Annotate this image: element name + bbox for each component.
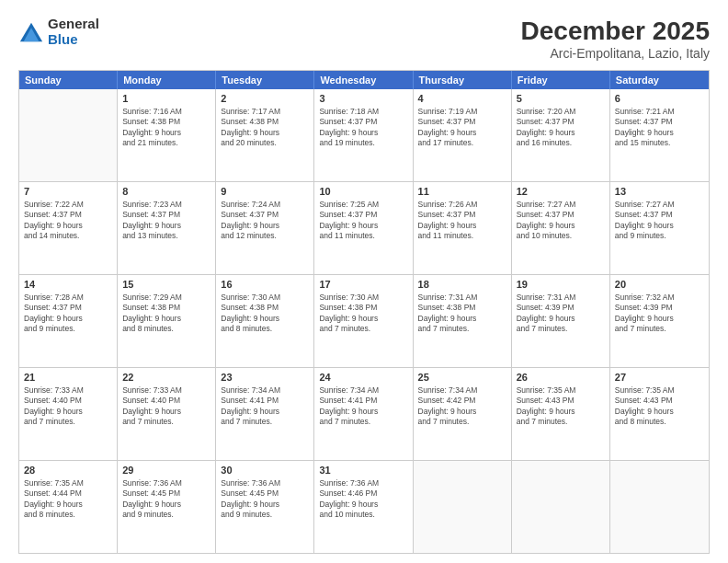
month-title: December 2025 <box>521 17 710 46</box>
header-cell-monday: Monday <box>118 71 216 89</box>
cell-info: Sunrise: 7:30 AM Sunset: 4:38 PM Dayligh… <box>221 293 309 335</box>
header: General Blue December 2025 Arci-Empolita… <box>18 17 710 61</box>
calendar-cell: 10Sunrise: 7:25 AM Sunset: 4:37 PM Dayli… <box>314 182 413 274</box>
cell-info: Sunrise: 7:25 AM Sunset: 4:37 PM Dayligh… <box>319 200 407 242</box>
cell-info: Sunrise: 7:26 AM Sunset: 4:37 PM Dayligh… <box>418 200 506 242</box>
page: General Blue December 2025 Arci-Empolita… <box>0 0 728 563</box>
calendar-cell: 9Sunrise: 7:24 AM Sunset: 4:37 PM Daylig… <box>216 182 314 274</box>
cell-info: Sunrise: 7:36 AM Sunset: 4:45 PM Dayligh… <box>122 478 210 521</box>
day-number: 20 <box>615 278 704 292</box>
cell-info: Sunrise: 7:31 AM Sunset: 4:39 PM Dayligh… <box>517 293 605 335</box>
header-cell-saturday: Saturday <box>610 71 709 89</box>
day-number: 11 <box>418 185 506 199</box>
day-number: 22 <box>122 371 210 385</box>
day-number: 19 <box>517 278 605 292</box>
calendar-cell: 22Sunrise: 7:33 AM Sunset: 4:40 PM Dayli… <box>118 368 216 460</box>
cell-info: Sunrise: 7:24 AM Sunset: 4:37 PM Dayligh… <box>221 200 309 242</box>
day-number: 27 <box>615 371 704 385</box>
calendar-cell: 13Sunrise: 7:27 AM Sunset: 4:37 PM Dayli… <box>610 182 709 274</box>
calendar-row: 7Sunrise: 7:22 AM Sunset: 4:37 PM Daylig… <box>19 182 709 275</box>
day-number: 12 <box>517 185 605 199</box>
day-number: 6 <box>615 92 704 106</box>
calendar-cell <box>19 89 118 181</box>
calendar-cell: 30Sunrise: 7:36 AM Sunset: 4:45 PM Dayli… <box>216 461 314 553</box>
day-number: 5 <box>517 92 605 106</box>
day-number: 14 <box>24 278 112 292</box>
cell-info: Sunrise: 7:23 AM Sunset: 4:37 PM Dayligh… <box>122 200 210 242</box>
day-number: 26 <box>517 371 605 385</box>
calendar-cell: 14Sunrise: 7:28 AM Sunset: 4:37 PM Dayli… <box>19 275 118 367</box>
cell-info: Sunrise: 7:30 AM Sunset: 4:38 PM Dayligh… <box>319 293 407 335</box>
calendar-cell: 7Sunrise: 7:22 AM Sunset: 4:37 PM Daylig… <box>19 182 118 274</box>
calendar-row: 14Sunrise: 7:28 AM Sunset: 4:37 PM Dayli… <box>19 275 709 368</box>
calendar-cell: 6Sunrise: 7:21 AM Sunset: 4:37 PM Daylig… <box>610 89 709 181</box>
cell-info: Sunrise: 7:22 AM Sunset: 4:37 PM Dayligh… <box>24 200 112 242</box>
title-block: December 2025 Arci-Empolitana, Lazio, It… <box>521 17 710 61</box>
cell-info: Sunrise: 7:34 AM Sunset: 4:41 PM Dayligh… <box>319 385 407 428</box>
calendar-cell: 21Sunrise: 7:33 AM Sunset: 4:40 PM Dayli… <box>19 368 118 460</box>
cell-info: Sunrise: 7:21 AM Sunset: 4:37 PM Dayligh… <box>615 107 704 149</box>
header-cell-tuesday: Tuesday <box>216 71 314 89</box>
logo-general: General <box>48 17 99 32</box>
cell-info: Sunrise: 7:33 AM Sunset: 4:40 PM Dayligh… <box>24 385 112 428</box>
calendar-cell: 3Sunrise: 7:18 AM Sunset: 4:37 PM Daylig… <box>314 89 413 181</box>
cell-info: Sunrise: 7:27 AM Sunset: 4:37 PM Dayligh… <box>517 200 605 242</box>
cell-info: Sunrise: 7:35 AM Sunset: 4:44 PM Dayligh… <box>24 478 112 521</box>
cell-info: Sunrise: 7:18 AM Sunset: 4:37 PM Dayligh… <box>319 107 407 149</box>
cell-info: Sunrise: 7:28 AM Sunset: 4:37 PM Dayligh… <box>24 293 112 335</box>
cell-info: Sunrise: 7:36 AM Sunset: 4:45 PM Dayligh… <box>221 478 309 521</box>
day-number: 29 <box>122 464 210 477</box>
cell-info: Sunrise: 7:19 AM Sunset: 4:37 PM Dayligh… <box>418 107 506 149</box>
cell-info: Sunrise: 7:16 AM Sunset: 4:38 PM Dayligh… <box>122 107 210 149</box>
cell-info: Sunrise: 7:29 AM Sunset: 4:38 PM Dayligh… <box>122 293 210 335</box>
day-number: 30 <box>221 464 309 477</box>
calendar-header: SundayMondayTuesdayWednesdayThursdayFrid… <box>19 71 709 89</box>
calendar-cell: 20Sunrise: 7:32 AM Sunset: 4:39 PM Dayli… <box>610 275 709 367</box>
cell-info: Sunrise: 7:33 AM Sunset: 4:40 PM Dayligh… <box>122 385 210 428</box>
calendar-cell: 28Sunrise: 7:35 AM Sunset: 4:44 PM Dayli… <box>19 461 118 553</box>
calendar-cell: 26Sunrise: 7:35 AM Sunset: 4:43 PM Dayli… <box>512 368 610 460</box>
day-number: 1 <box>122 92 210 106</box>
cell-info: Sunrise: 7:27 AM Sunset: 4:37 PM Dayligh… <box>615 200 704 242</box>
location-title: Arci-Empolitana, Lazio, Italy <box>521 46 710 61</box>
day-number: 2 <box>221 92 309 106</box>
logo-blue: Blue <box>48 32 99 48</box>
calendar-cell <box>610 461 709 553</box>
calendar-row: 28Sunrise: 7:35 AM Sunset: 4:44 PM Dayli… <box>19 461 709 553</box>
cell-info: Sunrise: 7:34 AM Sunset: 4:42 PM Dayligh… <box>418 385 506 428</box>
calendar-cell: 27Sunrise: 7:35 AM Sunset: 4:43 PM Dayli… <box>610 368 709 460</box>
day-number: 17 <box>319 278 407 292</box>
calendar-body: 1Sunrise: 7:16 AM Sunset: 4:38 PM Daylig… <box>19 89 709 553</box>
day-number: 3 <box>319 92 407 106</box>
day-number: 9 <box>221 185 309 199</box>
logo-icon <box>18 19 44 45</box>
header-cell-thursday: Thursday <box>414 71 512 89</box>
calendar-cell: 4Sunrise: 7:19 AM Sunset: 4:37 PM Daylig… <box>414 89 512 181</box>
calendar-row: 21Sunrise: 7:33 AM Sunset: 4:40 PM Dayli… <box>19 368 709 461</box>
calendar-cell: 25Sunrise: 7:34 AM Sunset: 4:42 PM Dayli… <box>414 368 512 460</box>
cell-info: Sunrise: 7:17 AM Sunset: 4:38 PM Dayligh… <box>221 107 309 149</box>
day-number: 13 <box>615 185 704 199</box>
calendar-cell: 2Sunrise: 7:17 AM Sunset: 4:38 PM Daylig… <box>216 89 314 181</box>
calendar-cell: 24Sunrise: 7:34 AM Sunset: 4:41 PM Dayli… <box>314 368 413 460</box>
logo: General Blue <box>18 17 99 47</box>
cell-info: Sunrise: 7:35 AM Sunset: 4:43 PM Dayligh… <box>517 385 605 428</box>
day-number: 18 <box>418 278 506 292</box>
day-number: 24 <box>319 371 407 385</box>
day-number: 28 <box>24 464 112 477</box>
calendar-cell: 5Sunrise: 7:20 AM Sunset: 4:37 PM Daylig… <box>512 89 610 181</box>
day-number: 21 <box>24 371 112 385</box>
calendar-row: 1Sunrise: 7:16 AM Sunset: 4:38 PM Daylig… <box>19 89 709 182</box>
day-number: 8 <box>122 185 210 199</box>
calendar-cell: 11Sunrise: 7:26 AM Sunset: 4:37 PM Dayli… <box>414 182 512 274</box>
calendar-cell <box>512 461 610 553</box>
calendar-cell <box>414 461 512 553</box>
calendar-cell: 17Sunrise: 7:30 AM Sunset: 4:38 PM Dayli… <box>314 275 413 367</box>
header-cell-sunday: Sunday <box>19 71 118 89</box>
calendar-cell: 8Sunrise: 7:23 AM Sunset: 4:37 PM Daylig… <box>118 182 216 274</box>
day-number: 4 <box>418 92 506 106</box>
calendar-cell: 31Sunrise: 7:36 AM Sunset: 4:46 PM Dayli… <box>314 461 413 553</box>
header-cell-friday: Friday <box>512 71 610 89</box>
cell-info: Sunrise: 7:35 AM Sunset: 4:43 PM Dayligh… <box>615 385 704 428</box>
cell-info: Sunrise: 7:36 AM Sunset: 4:46 PM Dayligh… <box>319 478 407 521</box>
